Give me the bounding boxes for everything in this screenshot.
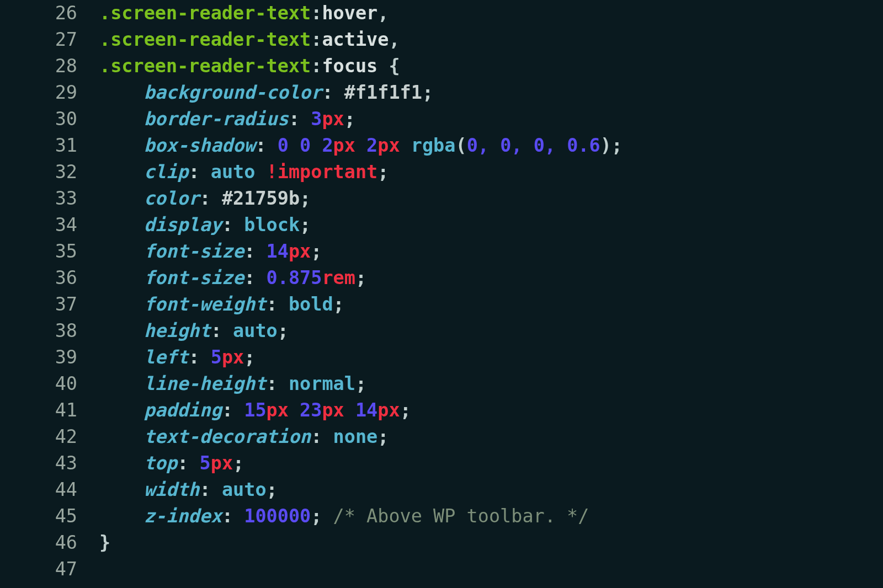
code-text: color: #21759b; (99, 185, 883, 212)
line-number: 42 (0, 424, 99, 450)
code-text: background-color: #f1f1f1; (99, 79, 883, 106)
code-line: 27.screen-reader-text:active, (0, 26, 883, 53)
code-line: 36 font-size: 0.875rem; (0, 265, 883, 291)
line-number: 31 (0, 132, 99, 159)
code-text: text-decoration: none; (99, 424, 883, 450)
code-text: padding: 15px 23px 14px; (99, 397, 883, 424)
code-line: 47 (0, 556, 883, 582)
line-number: 47 (0, 556, 99, 582)
line-number: 30 (0, 106, 99, 132)
line-number: 35 (0, 238, 99, 265)
code-text: left: 5px; (99, 344, 883, 371)
line-number: 34 (0, 212, 99, 238)
code-line: 28.screen-reader-text:focus { (0, 53, 883, 79)
code-text: height: auto; (99, 318, 883, 344)
line-number: 41 (0, 397, 99, 424)
code-text: font-weight: bold; (99, 291, 883, 318)
code-line: 31 box-shadow: 0 0 2px 2px rgba(0, 0, 0,… (0, 132, 883, 159)
code-line: 41 padding: 15px 23px 14px; (0, 397, 883, 424)
code-line: 44 width: auto; (0, 477, 883, 503)
code-line: 46} (0, 530, 883, 556)
line-number: 36 (0, 265, 99, 291)
code-line: 29 background-color: #f1f1f1; (0, 79, 883, 106)
line-number: 26 (0, 0, 99, 26)
code-line: 40 line-height: normal; (0, 371, 883, 397)
code-text (99, 556, 883, 582)
code-text: .screen-reader-text:hover, (99, 0, 883, 26)
code-editor[interactable]: 26.screen-reader-text:hover,27.screen-re… (0, 0, 883, 582)
code-text: top: 5px; (99, 450, 883, 477)
code-line: 39 left: 5px; (0, 344, 883, 371)
code-text: .screen-reader-text:focus { (99, 53, 883, 79)
line-number: 33 (0, 185, 99, 212)
code-line: 45 z-index: 100000; /* Above WP toolbar.… (0, 503, 883, 530)
line-number: 40 (0, 371, 99, 397)
line-number: 32 (0, 159, 99, 185)
code-line: 38 height: auto; (0, 318, 883, 344)
code-text: clip: auto !important; (99, 159, 883, 185)
code-text: z-index: 100000; /* Above WP toolbar. */ (99, 503, 883, 530)
code-text: border-radius: 3px; (99, 106, 883, 132)
code-line: 35 font-size: 14px; (0, 238, 883, 265)
code-text: line-height: normal; (99, 371, 883, 397)
code-text: font-size: 0.875rem; (99, 265, 883, 291)
code-text: font-size: 14px; (99, 238, 883, 265)
code-line: 30 border-radius: 3px; (0, 106, 883, 132)
line-number: 44 (0, 477, 99, 503)
line-number: 29 (0, 79, 99, 106)
line-number: 27 (0, 26, 99, 53)
line-number: 39 (0, 344, 99, 371)
line-number: 38 (0, 318, 99, 344)
code-text: display: block; (99, 212, 883, 238)
code-text: .screen-reader-text:active, (99, 26, 883, 53)
code-line: 34 display: block; (0, 212, 883, 238)
line-number: 46 (0, 530, 99, 556)
code-line: 26.screen-reader-text:hover, (0, 0, 883, 26)
code-line: 33 color: #21759b; (0, 185, 883, 212)
line-number: 45 (0, 503, 99, 530)
code-line: 42 text-decoration: none; (0, 424, 883, 450)
code-text: width: auto; (99, 477, 883, 503)
line-number: 37 (0, 291, 99, 318)
line-number: 28 (0, 53, 99, 79)
code-text: box-shadow: 0 0 2px 2px rgba(0, 0, 0, 0.… (99, 132, 883, 159)
code-text: } (99, 530, 883, 556)
code-line: 43 top: 5px; (0, 450, 883, 477)
code-line: 37 font-weight: bold; (0, 291, 883, 318)
code-line: 32 clip: auto !important; (0, 159, 883, 185)
line-number: 43 (0, 450, 99, 477)
